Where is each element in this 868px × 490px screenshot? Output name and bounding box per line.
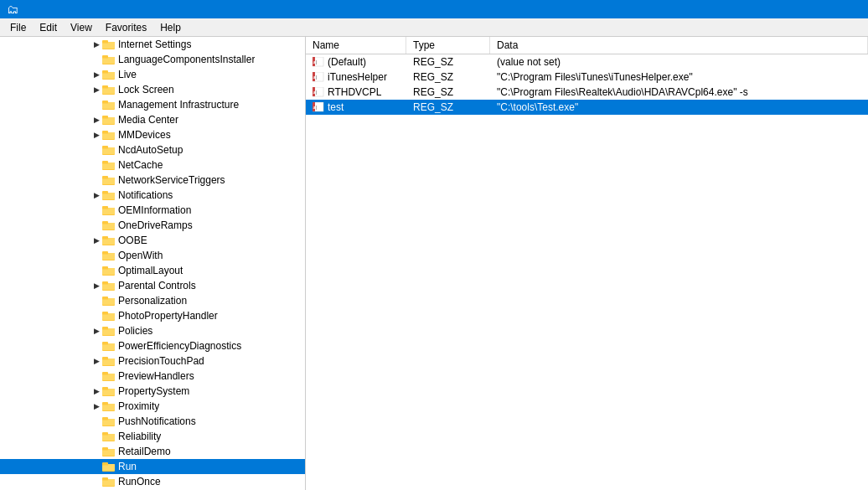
registry-tree[interactable]: Internet Settings LanguageComponentsInst… — [0, 37, 305, 490]
tree-item-label: PreviewHandlers — [118, 370, 194, 382]
tree-item-LockScreen[interactable]: Lock Screen — [0, 82, 305, 97]
title-bar: 🗂 — [0, 0, 868, 18]
expand-arrow[interactable] — [90, 415, 102, 428]
tree-item-PushNotifications[interactable]: PushNotifications — [0, 414, 305, 429]
svg-text:|: | — [316, 90, 317, 95]
expand-arrow[interactable] — [90, 460, 102, 473]
expand-arrow[interactable] — [90, 400, 102, 413]
tree-item-PowerEfficiencyDiagnostics[interactable]: PowerEfficiencyDiagnostics — [0, 338, 305, 353]
tree-item-label: Live — [118, 69, 137, 80]
data-cell-name: ab | (Default) — [306, 55, 406, 69]
expand-arrow[interactable] — [90, 445, 102, 458]
tree-item-Policies[interactable]: Policies — [0, 323, 305, 338]
tree-item-OpenWith[interactable]: OpenWith — [0, 248, 305, 263]
data-cell-data: "C:\tools\Test.exe" — [490, 101, 868, 114]
expand-arrow[interactable] — [90, 279, 102, 292]
tree-item-label: PowerEfficiencyDiagnostics — [118, 340, 241, 352]
tree-item-OneDriveRamps[interactable]: OneDriveRamps — [0, 218, 305, 233]
tree-item-label: Personalization — [118, 295, 187, 307]
expand-arrow[interactable] — [90, 475, 102, 488]
tree-item-label: OpenWith — [118, 250, 163, 261]
data-row[interactable]: ab | testREG_SZ"C:\tools\Test.exe" — [306, 100, 868, 115]
expand-arrow[interactable] — [90, 294, 102, 307]
tree-item-Personalization[interactable]: Personalization — [0, 293, 305, 308]
folder-icon — [102, 325, 116, 337]
tree-item-NetworkServiceTriggers[interactable]: NetworkServiceTriggers — [0, 173, 305, 188]
expand-arrow[interactable] — [90, 128, 102, 142]
tree-item-Reliability[interactable]: Reliability — [0, 429, 305, 444]
tree-item-ParentalControls[interactable]: Parental Controls — [0, 278, 305, 293]
tree-item-PropertySystem[interactable]: PropertySystem — [0, 384, 305, 399]
folder-icon — [102, 189, 116, 201]
expand-arrow[interactable] — [90, 309, 102, 322]
folder-icon — [102, 129, 116, 141]
menu-item-edit[interactable]: Edit — [33, 20, 64, 35]
data-row[interactable]: ab | iTunesHelperREG_SZ"C:\Program Files… — [306, 70, 868, 85]
data-cell-data: "C:\Program Files\Realtek\Audio\HDA\RAVC… — [490, 85, 868, 99]
data-row[interactable]: ab | (Default)REG_SZ(value not set) — [306, 54, 868, 70]
expand-arrow[interactable] — [90, 354, 102, 368]
expand-arrow[interactable] — [90, 113, 102, 126]
expand-arrow[interactable] — [90, 158, 102, 172]
svg-rect-35 — [102, 162, 108, 163]
tree-item-OOBE[interactable]: OOBE — [0, 233, 305, 248]
tree-item-Notifications[interactable]: Notifications — [0, 188, 305, 203]
expand-arrow[interactable] — [90, 173, 102, 187]
menu-item-help[interactable]: Help — [153, 20, 188, 35]
data-cell-name: ab | test — [306, 101, 406, 114]
menu-item-file[interactable]: File — [3, 20, 33, 35]
data-row[interactable]: ab | RTHDVCPLREG_SZ"C:\Program Files\Rea… — [306, 85, 868, 100]
expand-arrow[interactable] — [90, 83, 102, 96]
tree-item-InternetSettings[interactable]: Internet Settings — [0, 37, 305, 52]
expand-arrow[interactable] — [90, 188, 102, 202]
tree-item-label: OEMInformation — [118, 204, 191, 216]
tree-item-PrecisionTouchPad[interactable]: PrecisionTouchPad — [0, 353, 305, 369]
tree-item-NetCache[interactable]: NetCache — [0, 157, 305, 173]
tree-item-Proximity[interactable]: Proximity — [0, 399, 305, 414]
folder-icon — [102, 174, 116, 186]
expand-arrow[interactable] — [90, 143, 102, 157]
tree-item-MediaCenter[interactable]: Media Center — [0, 112, 305, 127]
svg-rect-55 — [102, 237, 108, 239]
tree-item-RetailDemo[interactable]: RetailDemo — [0, 444, 305, 459]
tree-item-RunOnce[interactable]: RunOnce — [0, 474, 305, 489]
svg-rect-31 — [102, 147, 108, 148]
tree-item-label: OptimalLayout — [118, 265, 183, 276]
tree-item-NcdAutoSetup[interactable]: NcdAutoSetup — [0, 142, 305, 157]
expand-arrow[interactable] — [90, 339, 102, 353]
tree-item-LanguageComponentsInstaller[interactable]: LanguageComponentsInstaller — [0, 52, 305, 67]
tree-item-ManagementInfrastructure[interactable]: Management Infrastructure — [0, 97, 305, 112]
expand-arrow[interactable] — [90, 264, 102, 277]
expand-arrow[interactable] — [90, 98, 102, 111]
tree-item-OptimalLayout[interactable]: OptimalLayout — [0, 263, 305, 278]
svg-rect-27 — [102, 132, 108, 133]
expand-arrow[interactable] — [90, 369, 102, 383]
tree-item-PreviewHandlers[interactable]: PreviewHandlers — [0, 369, 305, 384]
col-header-name[interactable]: Name — [306, 37, 406, 54]
col-header-data[interactable]: Data — [490, 37, 868, 54]
expand-arrow[interactable] — [90, 53, 102, 66]
tree-item-label: MMDevices — [118, 129, 171, 141]
data-cell-data: "C:\Program Files\iTunes\iTunesHelper.ex… — [490, 70, 868, 84]
menu-item-favorites[interactable]: Favorites — [99, 20, 153, 35]
data-rows-container[interactable]: ab | (Default)REG_SZ(value not set) ab |… — [306, 54, 868, 490]
svg-rect-43 — [102, 192, 108, 193]
tree-item-Live[interactable]: Live — [0, 67, 305, 82]
col-header-type[interactable]: Type — [406, 37, 490, 54]
menu-item-view[interactable]: View — [64, 20, 99, 35]
tree-item-MMDevices[interactable]: MMDevices — [0, 127, 305, 142]
expand-arrow[interactable] — [90, 68, 102, 81]
tree-item-PhotoPropertyHandler[interactable]: PhotoPropertyHandler — [0, 308, 305, 323]
tree-item-OEMInformation[interactable]: OEMInformation — [0, 203, 305, 218]
expand-arrow[interactable] — [90, 219, 102, 232]
tree-item-Run[interactable]: Run — [0, 459, 305, 474]
expand-arrow[interactable] — [90, 384, 102, 398]
expand-arrow[interactable] — [90, 38, 102, 51]
expand-arrow[interactable] — [90, 324, 102, 338]
reg-name: test — [328, 101, 344, 113]
expand-arrow[interactable] — [90, 204, 102, 217]
expand-arrow[interactable] — [90, 430, 102, 443]
expand-arrow[interactable] — [90, 249, 102, 262]
expand-arrow[interactable] — [90, 234, 102, 247]
tree-pane: Internet Settings LanguageComponentsInst… — [0, 37, 306, 490]
